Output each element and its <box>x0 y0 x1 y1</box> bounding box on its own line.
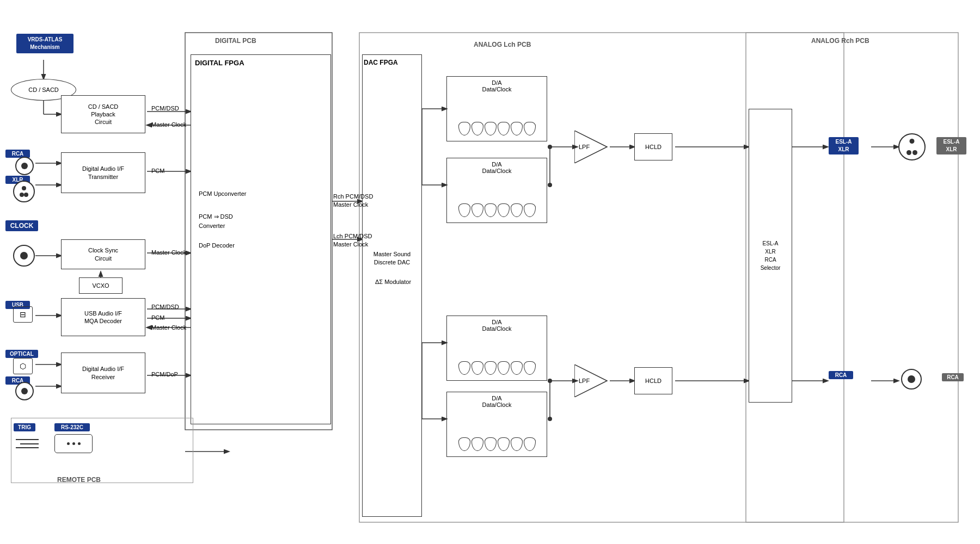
signal-master-clock-3: Master Clock <box>151 324 186 331</box>
dac-fpga-label: DAC FPGA <box>364 59 398 66</box>
signal-pcm-1: PCM <box>151 168 164 174</box>
optical-badge: OPTICAL <box>5 350 38 358</box>
trig-icon <box>14 434 41 453</box>
da-group-3: D/AData/Clock <box>446 316 547 381</box>
vrds-atlas-badge: VRDS-ATLASMechanism <box>16 34 74 53</box>
da-group-1: D/AData/Clock <box>446 76 547 141</box>
svg-point-40 <box>548 379 552 383</box>
rca-badge-out: RCA <box>829 371 853 379</box>
digital-audio-tx-block: Digital Audio I/FTransmitter <box>61 152 145 193</box>
rca-top-right: RCA <box>942 373 964 381</box>
da-group-4: D/AData/Clock <box>446 392 547 457</box>
clock-badge: CLOCK <box>5 220 38 231</box>
master-sound-label: Master SoundDiscrete DAC <box>365 250 419 267</box>
vcxo-block: VCXO <box>79 277 122 294</box>
signal-pcm-2: PCM <box>151 314 164 321</box>
svg-point-38 <box>548 145 552 149</box>
dac-fpga-block <box>362 54 422 517</box>
usb-icon: ⊟ <box>13 306 33 323</box>
hcld-block-1: HCLD <box>634 133 672 160</box>
da-group-2: D/AData/Clock <box>446 158 547 223</box>
esl-selector-block: ESL-AXLRRCASelector <box>749 109 792 403</box>
rs232c-icon <box>54 434 93 453</box>
svg-point-39 <box>548 183 552 187</box>
svg-point-41 <box>548 417 552 421</box>
esl-a-xlr-badge-out: ESL-AXLR <box>829 137 859 154</box>
optical-icon: ⬡ <box>13 358 33 374</box>
digital-audio-rx-block: Digital Audio I/FReceiver <box>61 353 145 393</box>
rca-connector-1 <box>15 157 34 175</box>
signal-pcm-dsd-1: PCM/DSD <box>151 105 179 112</box>
da-label-3: D/AData/Clock <box>482 319 512 332</box>
signal-master-clock-1: Master Clock <box>151 121 186 128</box>
rch-pcm-dsd-label: Rch PCM/DSD <box>333 193 373 200</box>
signal-pcm-dsd-2: PCM/DSD <box>151 304 179 310</box>
da-label-1: D/AData/Clock <box>482 79 512 92</box>
trig-badge: TRIG <box>14 423 35 431</box>
lpf-triangle-2: LPF <box>574 364 612 397</box>
delta-sigma-label: ΔΣ Modulator <box>364 279 422 285</box>
usb-audio-block: USB Audio I/FMQA Decoder <box>61 298 145 336</box>
esl-a-xlr-top: ESL-AXLR <box>936 137 966 154</box>
signal-master-clock-2: Master Clock <box>151 249 186 256</box>
xlr-connector-1 <box>13 181 35 202</box>
lch-pcm-dsd-label: Lch PCM/DSD <box>333 233 372 239</box>
signal-pcm-dop: PCM/DoP <box>151 371 178 378</box>
digital-fpga-label: DIGITAL FPGA <box>195 59 244 67</box>
digital-pcb-label: DIGITAL PCB <box>215 37 256 45</box>
rca-connector-2 <box>15 382 34 400</box>
pcm-dsd-label: PCM ⇒ DSDConverter <box>199 212 233 230</box>
svg-text:LPF: LPF <box>579 144 590 150</box>
lpf-triangle-1: LPF <box>574 131 612 163</box>
analog-rch-label: ANALOG Rch PCB <box>811 37 869 45</box>
clock-sync-block: Clock SyncCircuit <box>61 239 145 269</box>
clock-connector <box>13 245 35 267</box>
lch-master-clock-label: Master Clock <box>333 241 368 248</box>
pcm-upconverter-label: PCM Upconverter <box>199 190 246 197</box>
cd-sacd-block: CD / SACDPlaybackCircuit <box>61 95 145 133</box>
hcld-block-2: HCLD <box>634 367 672 394</box>
rch-master-clock-label: Master Clock <box>333 201 368 208</box>
digital-fpga-block <box>191 54 331 424</box>
da-label-4: D/AData/Clock <box>482 395 512 408</box>
rca-connector-out <box>901 369 922 390</box>
rs232c-badge: RS-232C <box>54 423 90 431</box>
da-label-2: D/AData/Clock <box>482 161 512 174</box>
esl-xlr-connector-out <box>898 133 926 160</box>
dop-decoder-label: DoP Decoder <box>199 242 235 249</box>
analog-lch-label: ANALOG Lch PCB <box>474 41 531 48</box>
remote-pcb-label: REMOTE PCB <box>57 476 101 484</box>
svg-text:LPF: LPF <box>579 378 590 384</box>
